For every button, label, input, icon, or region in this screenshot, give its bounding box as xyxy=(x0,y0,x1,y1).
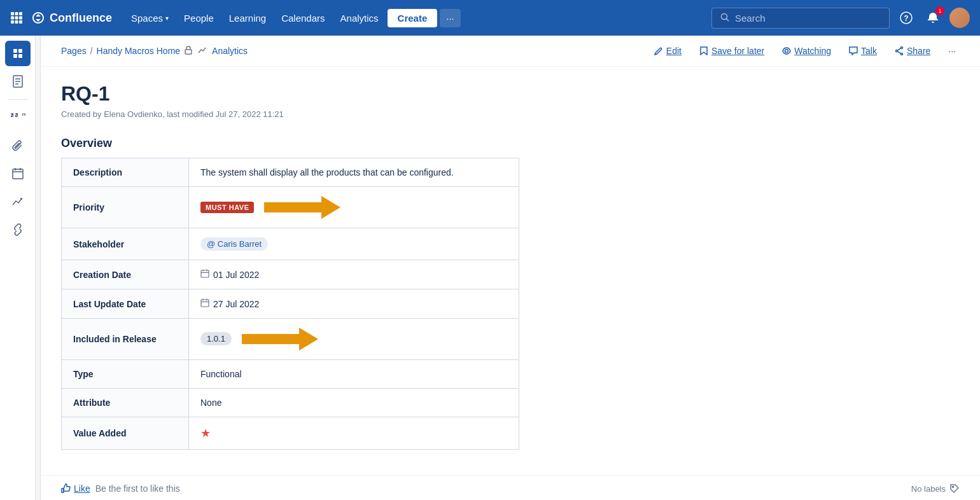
notifications-button[interactable]: 1 xyxy=(923,8,943,28)
svg-marker-42 xyxy=(242,328,318,351)
page-more-options-button[interactable]: ··· xyxy=(944,43,960,59)
table-row: Last Update Date 27 Ju xyxy=(62,289,519,319)
row-value-last-update-date: 27 Jul 2022 xyxy=(189,289,519,319)
talk-button[interactable]: Talk xyxy=(845,43,881,59)
svg-rect-1 xyxy=(15,12,18,15)
sidebar-divider xyxy=(8,99,28,100)
grid-menu-icon[interactable] xyxy=(10,11,23,24)
sidebar-item-pages[interactable] xyxy=(5,69,31,94)
sidebar-item-quotes[interactable]: " xyxy=(5,105,31,130)
release-arrow-icon xyxy=(242,328,318,351)
table-row: Attribute None xyxy=(62,389,519,417)
main-nav: Spaces ▾ People Learning Calendars Analy… xyxy=(125,9,706,27)
lock-icon xyxy=(184,46,193,57)
page-actions: Edit Save for later Watching xyxy=(650,43,960,59)
svg-rect-2 xyxy=(19,12,22,15)
table-row: Creation Date 01 Jul 2 xyxy=(62,260,519,289)
overview-section-title: Overview xyxy=(61,137,960,150)
table-row: Stakeholder @ Caris Barret xyxy=(62,228,519,260)
like-section: Like Be the first to like this xyxy=(61,483,180,494)
must-have-badge: MUST HAVE xyxy=(200,202,254,213)
main-content: Pages / Handy Macros Home xyxy=(41,36,980,500)
analytics-icon xyxy=(198,46,207,57)
table-row: Priority MUST HAVE xyxy=(62,187,519,228)
breadcrumb-pages-link[interactable]: Pages xyxy=(61,46,87,56)
more-options-button[interactable]: ··· xyxy=(440,9,461,27)
svg-rect-16 xyxy=(18,54,22,58)
sidebar-item-attachments[interactable] xyxy=(5,133,31,158)
topnav-right-section: Search ? 1 xyxy=(711,8,970,29)
sidebar-item-analytics[interactable] xyxy=(5,189,31,214)
svg-point-27 xyxy=(785,50,788,53)
row-value-included-release: 1.0.1 xyxy=(189,319,519,360)
no-labels-section: No labels xyxy=(911,483,960,494)
svg-rect-25 xyxy=(185,50,192,54)
priority-arrow-icon xyxy=(264,196,340,219)
row-label-included-release: Included in Release xyxy=(62,319,189,360)
page-content-area: RQ-1 Created by Elena Ovdienko, last mod… xyxy=(41,67,980,475)
breadcrumb-parent-link[interactable]: Handy Macros Home xyxy=(97,46,181,56)
table-row: Type Functional xyxy=(62,360,519,389)
breadcrumb-analytics-link[interactable]: Analytics xyxy=(212,46,248,56)
star-icon: ★ xyxy=(200,427,211,440)
table-row: Value Added ★ xyxy=(62,417,519,450)
svg-line-32 xyxy=(897,52,900,53)
search-placeholder: Search xyxy=(735,13,766,24)
sidebar-collapse-handle[interactable] xyxy=(36,36,41,500)
svg-rect-14 xyxy=(18,49,22,53)
row-label-last-update-date: Last Update Date xyxy=(62,289,189,319)
svg-line-31 xyxy=(897,48,900,50)
create-button[interactable]: Create xyxy=(388,9,438,27)
stakeholder-badge: @ Caris Barret xyxy=(200,237,268,251)
notification-badge: 1 xyxy=(935,6,944,15)
row-label-attribute: Attribute xyxy=(62,389,189,417)
page-title: RQ-1 xyxy=(61,82,960,106)
page-footer: Like Be the first to like this No labels xyxy=(41,475,980,500)
row-value-stakeholder: @ Caris Barret xyxy=(189,228,519,260)
svg-text:?: ? xyxy=(904,14,908,23)
row-label-priority: Priority xyxy=(62,187,189,228)
sidebar-item-links[interactable] xyxy=(5,217,31,242)
save-for-later-button[interactable]: Save for later xyxy=(696,43,768,59)
user-avatar[interactable] xyxy=(949,8,970,28)
svg-rect-5 xyxy=(19,17,22,20)
edit-button[interactable]: Edit xyxy=(650,43,685,59)
search-icon xyxy=(720,12,730,24)
help-button[interactable]: ? xyxy=(896,8,916,28)
svg-point-9 xyxy=(722,13,727,19)
nav-people[interactable]: People xyxy=(178,9,220,27)
calendar-icon xyxy=(200,298,209,309)
svg-point-43 xyxy=(953,487,954,488)
app-logo[interactable]: Confluence xyxy=(31,10,112,25)
svg-rect-13 xyxy=(13,49,17,53)
svg-point-28 xyxy=(900,47,902,49)
row-label-value-added: Value Added xyxy=(62,417,189,450)
svg-rect-6 xyxy=(11,20,14,24)
search-box[interactable]: Search xyxy=(711,8,890,29)
svg-point-29 xyxy=(900,53,902,55)
sidebar-item-calendar[interactable] xyxy=(5,161,31,186)
svg-marker-26 xyxy=(701,47,707,55)
row-value-description: The system shall display all the product… xyxy=(189,158,519,187)
like-prompt: Be the first to like this xyxy=(95,483,180,494)
breadcrumb-icons: Analytics xyxy=(184,46,248,57)
release-badge: 1.0.1 xyxy=(200,332,232,345)
breadcrumb-separator: / xyxy=(90,46,93,56)
nav-spaces[interactable]: Spaces ▾ xyxy=(125,9,175,27)
row-value-value-added: ★ xyxy=(189,417,519,450)
svg-rect-8 xyxy=(19,20,22,24)
like-button[interactable]: Like xyxy=(61,483,90,494)
svg-rect-4 xyxy=(15,17,18,20)
share-button[interactable]: Share xyxy=(891,43,934,59)
row-label-creation-date: Creation Date xyxy=(62,260,189,289)
svg-marker-33 xyxy=(264,196,340,219)
overview-table: Description The system shall display all… xyxy=(61,158,519,450)
nav-learning[interactable]: Learning xyxy=(223,9,272,27)
row-label-stakeholder: Stakeholder xyxy=(62,228,189,260)
sidebar-item-home[interactable] xyxy=(5,41,31,66)
nav-analytics[interactable]: Analytics xyxy=(334,9,385,27)
watching-button[interactable]: Watching xyxy=(778,43,835,59)
nav-calendars[interactable]: Calendars xyxy=(275,9,331,27)
svg-rect-34 xyxy=(201,270,209,277)
top-navigation: Confluence Spaces ▾ People Learning Cale… xyxy=(0,0,980,36)
